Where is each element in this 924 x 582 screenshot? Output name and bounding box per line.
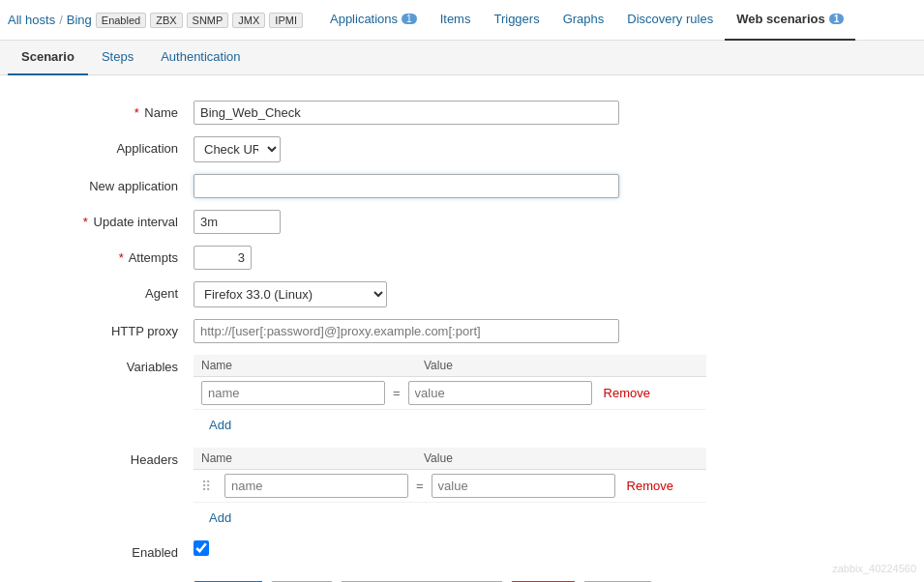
application-row: Application Check URL	[0, 131, 909, 168]
http-proxy-label: HTTP proxy	[0, 319, 194, 338]
headers-label: Headers	[0, 448, 194, 467]
enabled-badge: Enabled	[96, 13, 146, 28]
variable-value-input[interactable]	[408, 381, 592, 405]
update-interval-required: *	[83, 215, 88, 229]
enabled-checkbox[interactable]	[194, 540, 209, 556]
variable-remove-link[interactable]: Remove	[604, 386, 650, 400]
enabled-row: Enabled	[0, 535, 909, 566]
variables-value-header: Value	[424, 359, 699, 372]
agent-label: Agent	[0, 281, 194, 301]
host-link[interactable]: Bing	[67, 13, 92, 27]
scenario-form: * Name Application Check URL New applica…	[0, 95, 909, 566]
jmx-badge: JMX	[232, 13, 265, 28]
header-remove-link[interactable]: Remove	[627, 479, 673, 493]
name-input[interactable]	[194, 101, 619, 125]
http-proxy-control	[194, 319, 909, 343]
http-proxy-row: HTTP proxy	[0, 313, 909, 349]
application-select[interactable]: Check URL	[194, 136, 281, 162]
name-control	[194, 101, 909, 125]
all-hosts-link[interactable]: All hosts	[8, 13, 55, 27]
tab-authentication[interactable]: Authentication	[147, 41, 253, 75]
variables-header: Name Value	[194, 355, 706, 377]
update-interval-input[interactable]	[194, 210, 281, 234]
variables-name-header: Name	[201, 359, 404, 372]
headers-container: Name Value ⠿ = Remove Add	[194, 448, 706, 529]
headers-add-container: Add	[194, 503, 706, 529]
action-buttons: Update Clone Clear history and trends De…	[0, 566, 924, 582]
variables-container: Name Value = Remove Add	[194, 355, 706, 436]
variable-row: = Remove	[194, 377, 706, 410]
name-row: * Name	[0, 95, 909, 131]
attempts-row: * Attempts	[0, 240, 909, 276]
agent-control: Firefox 33.0 (Linux) Internet Explorer 8…	[194, 281, 909, 307]
drag-handle-icon[interactable]: ⠿	[201, 479, 217, 494]
tab-applications[interactable]: Applications 1	[318, 0, 429, 41]
header-name-input[interactable]	[224, 474, 408, 498]
variables-control: Name Value = Remove Add	[194, 355, 909, 436]
attempts-control	[194, 246, 909, 270]
variable-eq-sign: =	[389, 386, 404, 400]
http-proxy-input[interactable]	[194, 319, 619, 343]
variables-add-container: Add	[194, 410, 706, 436]
tab-triggers[interactable]: Triggers	[482, 0, 551, 41]
header-value-input[interactable]	[432, 474, 615, 498]
top-navigation: All hosts / Bing Enabled ZBX SNMP JMX IP…	[0, 0, 924, 41]
new-application-input[interactable]	[194, 174, 619, 198]
name-required: *	[134, 105, 139, 120]
application-label: Application	[0, 136, 194, 156]
headers-row: Headers Name Value ⠿ = Remove	[0, 442, 909, 535]
update-interval-row: * Update interval	[0, 204, 909, 240]
header-row: ⠿ = Remove	[194, 470, 706, 503]
tab-scenario[interactable]: Scenario	[8, 41, 88, 75]
header-eq-sign: =	[412, 479, 428, 493]
breadcrumb: All hosts / Bing Enabled ZBX SNMP JMX IP…	[8, 13, 303, 28]
variable-name-input[interactable]	[201, 381, 385, 405]
headers-value-header: Value	[424, 451, 699, 465]
main-content: * Name Application Check URL New applica…	[0, 75, 924, 582]
variables-row: Variables Name Value = Remove	[0, 349, 909, 442]
attempts-required: *	[119, 250, 124, 265]
agent-row: Agent Firefox 33.0 (Linux) Internet Expl…	[0, 276, 909, 313]
attempts-input[interactable]	[194, 246, 252, 270]
headers-control: Name Value ⠿ = Remove Add	[194, 448, 909, 529]
new-application-label: New application	[0, 174, 194, 193]
agent-select[interactable]: Firefox 33.0 (Linux) Internet Explorer 8…	[194, 281, 387, 307]
tab-graphs[interactable]: Graphs	[551, 0, 616, 41]
variables-label: Variables	[0, 355, 194, 374]
variables-add-link[interactable]: Add	[209, 418, 231, 432]
tab-steps[interactable]: Steps	[88, 41, 147, 75]
headers-header: Name Value	[194, 448, 706, 470]
zbx-badge: ZBX	[150, 13, 182, 28]
top-nav-tabs: Applications 1 Items Triggers Graphs Dis…	[318, 0, 855, 41]
headers-name-header: Name	[201, 451, 404, 465]
headers-add-link[interactable]: Add	[209, 510, 231, 525]
snmp-badge: SNMP	[187, 13, 229, 28]
tab-web-scenarios[interactable]: Web scenarios 1	[725, 0, 855, 41]
new-application-control	[194, 174, 909, 198]
update-interval-control	[194, 210, 909, 234]
watermark: zabbix_40224560	[832, 563, 916, 574]
enabled-label: Enabled	[0, 540, 194, 560]
application-control: Check URL	[194, 136, 909, 162]
tab-items[interactable]: Items	[429, 0, 483, 41]
attempts-label: * Attempts	[0, 246, 194, 265]
breadcrumb-separator: /	[59, 13, 63, 27]
enabled-control	[194, 540, 909, 556]
new-application-row: New application	[0, 168, 909, 204]
update-interval-label: * Update interval	[0, 210, 194, 229]
secondary-tabs: Scenario Steps Authentication	[0, 41, 924, 75]
tab-discovery-rules[interactable]: Discovery rules	[615, 0, 725, 41]
ipmi-badge: IPMI	[269, 13, 303, 28]
name-label: * Name	[0, 101, 194, 120]
